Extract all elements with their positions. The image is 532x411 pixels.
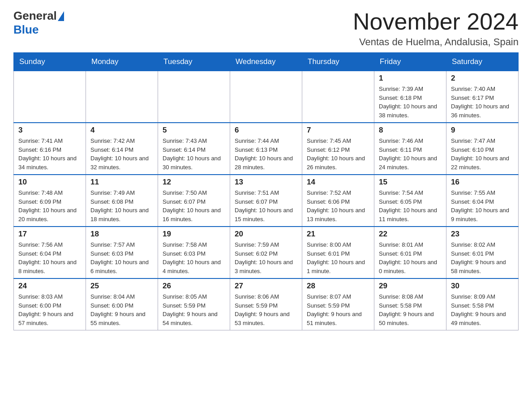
day-number: 27	[235, 282, 297, 291]
logo-blue: Blue	[13, 23, 39, 37]
calendar-week-1: 1Sunrise: 7:39 AM Sunset: 6:18 PM Daylig…	[14, 71, 519, 123]
calendar-cell: 7Sunrise: 7:45 AM Sunset: 6:12 PM Daylig…	[302, 123, 374, 175]
day-info: Sunrise: 7:51 AM Sunset: 6:07 PM Dayligh…	[235, 188, 297, 223]
month-title: November 2024	[353, 9, 519, 34]
calendar-cell: 22Sunrise: 8:01 AM Sunset: 6:01 PM Dayli…	[374, 227, 446, 278]
day-number: 26	[163, 282, 225, 291]
calendar-cell: 2Sunrise: 7:40 AM Sunset: 6:17 PM Daylig…	[446, 71, 519, 123]
day-number: 15	[379, 178, 442, 187]
calendar-week-4: 17Sunrise: 7:56 AM Sunset: 6:04 PM Dayli…	[14, 227, 519, 278]
day-info: Sunrise: 7:45 AM Sunset: 6:12 PM Dayligh…	[307, 137, 369, 171]
calendar-cell: 8Sunrise: 7:46 AM Sunset: 6:11 PM Daylig…	[374, 123, 446, 175]
day-number: 22	[379, 230, 442, 239]
calendar-header-row: SundayMondayTuesdayWednesdayThursdayFrid…	[14, 53, 519, 71]
calendar-cell	[302, 71, 374, 123]
day-number: 19	[163, 230, 225, 239]
day-info: Sunrise: 8:01 AM Sunset: 6:01 PM Dayligh…	[379, 240, 442, 275]
day-number: 11	[90, 178, 153, 187]
calendar-cell: 3Sunrise: 7:41 AM Sunset: 6:16 PM Daylig…	[14, 123, 86, 175]
calendar-cell: 28Sunrise: 8:07 AM Sunset: 5:59 PM Dayli…	[302, 278, 374, 330]
day-info: Sunrise: 8:04 AM Sunset: 6:00 PM Dayligh…	[90, 292, 153, 327]
day-info: Sunrise: 7:40 AM Sunset: 6:17 PM Dayligh…	[451, 85, 514, 120]
calendar-cell: 17Sunrise: 7:56 AM Sunset: 6:04 PM Dayli…	[14, 227, 86, 278]
header-sunday: Sunday	[14, 53, 86, 71]
calendar-cell: 24Sunrise: 8:03 AM Sunset: 6:00 PM Dayli…	[14, 278, 86, 330]
calendar-cell	[158, 71, 230, 123]
header-wednesday: Wednesday	[230, 53, 302, 71]
day-info: Sunrise: 7:57 AM Sunset: 6:03 PM Dayligh…	[90, 240, 153, 275]
calendar-week-2: 3Sunrise: 7:41 AM Sunset: 6:16 PM Daylig…	[14, 123, 519, 175]
day-info: Sunrise: 7:54 AM Sunset: 6:05 PM Dayligh…	[379, 188, 442, 223]
day-number: 4	[90, 126, 153, 135]
day-number: 2	[451, 74, 514, 83]
day-number: 20	[235, 230, 297, 239]
day-info: Sunrise: 7:47 AM Sunset: 6:10 PM Dayligh…	[451, 137, 514, 171]
calendar-cell: 9Sunrise: 7:47 AM Sunset: 6:10 PM Daylig…	[446, 123, 519, 175]
day-number: 13	[235, 178, 297, 187]
logo: General Blue	[13, 9, 65, 37]
header-thursday: Thursday	[302, 53, 374, 71]
day-info: Sunrise: 7:58 AM Sunset: 6:03 PM Dayligh…	[163, 240, 225, 275]
day-info: Sunrise: 7:48 AM Sunset: 6:09 PM Dayligh…	[18, 188, 81, 223]
day-number: 6	[235, 126, 297, 135]
header-saturday: Saturday	[446, 53, 519, 71]
day-info: Sunrise: 8:00 AM Sunset: 6:01 PM Dayligh…	[307, 240, 369, 275]
calendar-cell: 23Sunrise: 8:02 AM Sunset: 6:01 PM Dayli…	[446, 227, 519, 278]
day-number: 14	[307, 178, 369, 187]
day-info: Sunrise: 7:59 AM Sunset: 6:02 PM Dayligh…	[235, 240, 297, 275]
header-friday: Friday	[374, 53, 446, 71]
calendar-week-3: 10Sunrise: 7:48 AM Sunset: 6:09 PM Dayli…	[14, 175, 519, 227]
calendar-cell: 11Sunrise: 7:49 AM Sunset: 6:08 PM Dayli…	[86, 175, 158, 227]
day-info: Sunrise: 7:46 AM Sunset: 6:11 PM Dayligh…	[379, 137, 442, 171]
header-tuesday: Tuesday	[158, 53, 230, 71]
calendar-cell: 19Sunrise: 7:58 AM Sunset: 6:03 PM Dayli…	[158, 227, 230, 278]
day-number: 1	[379, 74, 442, 83]
logo-general: General	[13, 9, 57, 23]
calendar-cell: 29Sunrise: 8:08 AM Sunset: 5:58 PM Dayli…	[374, 278, 446, 330]
day-number: 16	[451, 178, 514, 187]
calendar-cell: 12Sunrise: 7:50 AM Sunset: 6:07 PM Dayli…	[158, 175, 230, 227]
day-number: 30	[451, 282, 514, 291]
day-info: Sunrise: 8:05 AM Sunset: 5:59 PM Dayligh…	[163, 292, 225, 327]
day-number: 8	[379, 126, 442, 135]
day-info: Sunrise: 7:52 AM Sunset: 6:06 PM Dayligh…	[307, 188, 369, 223]
calendar-cell: 27Sunrise: 8:06 AM Sunset: 5:59 PM Dayli…	[230, 278, 302, 330]
day-number: 7	[307, 126, 369, 135]
day-info: Sunrise: 7:43 AM Sunset: 6:14 PM Dayligh…	[163, 137, 225, 171]
day-number: 23	[451, 230, 514, 239]
day-info: Sunrise: 7:50 AM Sunset: 6:07 PM Dayligh…	[163, 188, 225, 223]
logo-triangle-icon	[58, 11, 64, 21]
day-info: Sunrise: 7:49 AM Sunset: 6:08 PM Dayligh…	[90, 188, 153, 223]
day-number: 25	[90, 282, 153, 291]
calendar-cell: 5Sunrise: 7:43 AM Sunset: 6:14 PM Daylig…	[158, 123, 230, 175]
day-number: 5	[163, 126, 225, 135]
calendar-cell: 26Sunrise: 8:05 AM Sunset: 5:59 PM Dayli…	[158, 278, 230, 330]
calendar-cell: 10Sunrise: 7:48 AM Sunset: 6:09 PM Dayli…	[14, 175, 86, 227]
day-number: 10	[18, 178, 81, 187]
day-number: 28	[307, 282, 369, 291]
day-number: 3	[18, 126, 81, 135]
calendar-week-5: 24Sunrise: 8:03 AM Sunset: 6:00 PM Dayli…	[14, 278, 519, 330]
day-number: 18	[90, 230, 153, 239]
calendar-cell: 15Sunrise: 7:54 AM Sunset: 6:05 PM Dayli…	[374, 175, 446, 227]
location-title: Ventas de Huelma, Andalusia, Spain	[353, 36, 519, 48]
header-monday: Monday	[86, 53, 158, 71]
day-info: Sunrise: 8:02 AM Sunset: 6:01 PM Dayligh…	[451, 240, 514, 275]
calendar-table: SundayMondayTuesdayWednesdayThursdayFrid…	[13, 52, 519, 330]
calendar-cell: 20Sunrise: 7:59 AM Sunset: 6:02 PM Dayli…	[230, 227, 302, 278]
calendar-body: 1Sunrise: 7:39 AM Sunset: 6:18 PM Daylig…	[14, 71, 519, 330]
day-info: Sunrise: 7:56 AM Sunset: 6:04 PM Dayligh…	[18, 240, 81, 275]
calendar-cell: 14Sunrise: 7:52 AM Sunset: 6:06 PM Dayli…	[302, 175, 374, 227]
day-number: 29	[379, 282, 442, 291]
calendar-cell	[14, 71, 86, 123]
day-number: 24	[18, 282, 81, 291]
day-info: Sunrise: 8:06 AM Sunset: 5:59 PM Dayligh…	[235, 292, 297, 327]
calendar-cell: 16Sunrise: 7:55 AM Sunset: 6:04 PM Dayli…	[446, 175, 519, 227]
title-area: November 2024 Ventas de Huelma, Andalusi…	[353, 9, 519, 48]
day-number: 21	[307, 230, 369, 239]
day-info: Sunrise: 8:07 AM Sunset: 5:59 PM Dayligh…	[307, 292, 369, 327]
day-info: Sunrise: 8:03 AM Sunset: 6:00 PM Dayligh…	[18, 292, 81, 327]
calendar-cell: 13Sunrise: 7:51 AM Sunset: 6:07 PM Dayli…	[230, 175, 302, 227]
calendar-cell: 30Sunrise: 8:09 AM Sunset: 5:58 PM Dayli…	[446, 278, 519, 330]
day-info: Sunrise: 7:42 AM Sunset: 6:14 PM Dayligh…	[90, 137, 153, 171]
